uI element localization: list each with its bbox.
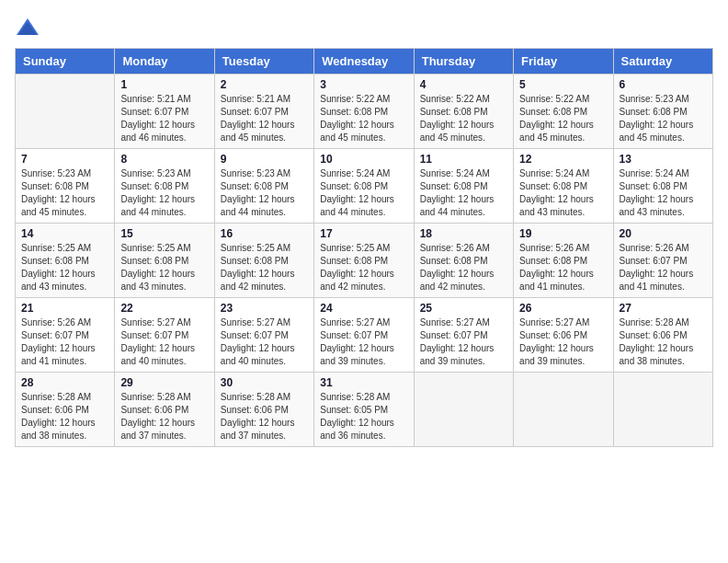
day-info: Sunrise: 5:25 AMSunset: 6:08 PMDaylight:…: [120, 242, 208, 293]
day-number: 16: [221, 227, 308, 240]
calendar-cell: 23Sunrise: 5:27 AMSunset: 6:07 PMDayligh…: [214, 298, 313, 373]
week-row-4: 28Sunrise: 5:28 AMSunset: 6:06 PMDayligh…: [16, 373, 713, 447]
calendar-cell: 31Sunrise: 5:28 AMSunset: 6:05 PMDayligh…: [314, 373, 414, 447]
calendar-table: SundayMondayTuesdayWednesdayThursdayFrid…: [15, 48, 713, 447]
calendar-cell: 18Sunrise: 5:26 AMSunset: 6:08 PMDayligh…: [414, 224, 513, 298]
header-row: SundayMondayTuesdayWednesdayThursdayFrid…: [16, 49, 713, 75]
header-friday: Friday: [514, 49, 613, 75]
day-info: Sunrise: 5:28 AMSunset: 6:05 PMDaylight:…: [320, 391, 407, 442]
day-number: 20: [620, 227, 707, 240]
day-number: 21: [21, 302, 108, 315]
day-info: Sunrise: 5:27 AMSunset: 6:06 PMDaylight:…: [519, 316, 607, 368]
week-row-3: 21Sunrise: 5:26 AMSunset: 6:07 PMDayligh…: [16, 298, 713, 373]
calendar-cell: 13Sunrise: 5:24 AMSunset: 6:08 PMDayligh…: [613, 149, 712, 224]
week-row-0: 1Sunrise: 5:21 AMSunset: 6:07 PMDaylight…: [16, 75, 713, 149]
logo-icon: [15, 15, 40, 40]
day-info: Sunrise: 5:28 AMSunset: 6:06 PMDaylight:…: [221, 391, 308, 442]
day-info: Sunrise: 5:21 AMSunset: 6:07 PMDaylight:…: [221, 93, 308, 144]
day-info: Sunrise: 5:21 AMSunset: 6:07 PMDaylight:…: [120, 93, 208, 144]
calendar-cell: 8Sunrise: 5:23 AMSunset: 6:08 PMDaylight…: [115, 149, 214, 224]
day-number: 23: [221, 302, 308, 315]
header: [15, 15, 713, 40]
calendar-cell: 15Sunrise: 5:25 AMSunset: 6:08 PMDayligh…: [115, 224, 214, 298]
calendar-cell: 2Sunrise: 5:21 AMSunset: 6:07 PMDaylight…: [214, 75, 313, 149]
calendar-cell: 17Sunrise: 5:25 AMSunset: 6:08 PMDayligh…: [314, 224, 414, 298]
calendar-cell: 1Sunrise: 5:21 AMSunset: 6:07 PMDaylight…: [115, 75, 214, 149]
day-info: Sunrise: 5:28 AMSunset: 6:06 PMDaylight:…: [620, 316, 707, 368]
day-info: Sunrise: 5:27 AMSunset: 6:07 PMDaylight:…: [320, 316, 407, 368]
calendar-cell: 16Sunrise: 5:25 AMSunset: 6:08 PMDayligh…: [214, 224, 313, 298]
calendar-cell: 29Sunrise: 5:28 AMSunset: 6:06 PMDayligh…: [115, 373, 214, 447]
day-number: 7: [21, 153, 108, 166]
day-info: Sunrise: 5:23 AMSunset: 6:08 PMDaylight:…: [620, 93, 707, 144]
calendar-header: SundayMondayTuesdayWednesdayThursdayFrid…: [16, 49, 713, 75]
day-info: Sunrise: 5:22 AMSunset: 6:08 PMDaylight:…: [519, 93, 607, 144]
day-number: 17: [320, 227, 407, 240]
calendar-cell: 21Sunrise: 5:26 AMSunset: 6:07 PMDayligh…: [16, 298, 115, 373]
calendar-cell: 20Sunrise: 5:26 AMSunset: 6:07 PMDayligh…: [613, 224, 712, 298]
day-number: 22: [120, 302, 208, 315]
day-info: Sunrise: 5:24 AMSunset: 6:08 PMDaylight:…: [620, 167, 707, 219]
calendar-cell: 11Sunrise: 5:24 AMSunset: 6:08 PMDayligh…: [414, 149, 513, 224]
day-number: 3: [320, 78, 407, 91]
day-info: Sunrise: 5:23 AMSunset: 6:08 PMDaylight:…: [21, 167, 108, 219]
day-info: Sunrise: 5:25 AMSunset: 6:08 PMDaylight:…: [21, 242, 108, 293]
day-number: 1: [120, 78, 208, 91]
calendar-cell: [613, 373, 712, 447]
day-number: 6: [620, 78, 707, 91]
day-number: 9: [221, 153, 308, 166]
calendar-cell: 5Sunrise: 5:22 AMSunset: 6:08 PMDaylight…: [514, 75, 613, 149]
logo: [15, 15, 44, 40]
header-thursday: Thursday: [414, 49, 513, 75]
header-tuesday: Tuesday: [214, 49, 313, 75]
header-wednesday: Wednesday: [314, 49, 414, 75]
day-info: Sunrise: 5:27 AMSunset: 6:07 PMDaylight:…: [420, 316, 507, 368]
day-number: 31: [320, 376, 407, 389]
week-row-2: 14Sunrise: 5:25 AMSunset: 6:08 PMDayligh…: [16, 224, 713, 298]
calendar-cell: 10Sunrise: 5:24 AMSunset: 6:08 PMDayligh…: [314, 149, 414, 224]
day-number: 25: [420, 302, 507, 315]
day-info: Sunrise: 5:24 AMSunset: 6:08 PMDaylight:…: [320, 167, 407, 219]
day-number: 5: [519, 78, 607, 91]
day-info: Sunrise: 5:27 AMSunset: 6:07 PMDaylight:…: [221, 316, 308, 368]
calendar-cell: 22Sunrise: 5:27 AMSunset: 6:07 PMDayligh…: [115, 298, 214, 373]
day-number: 12: [519, 153, 607, 166]
day-number: 19: [519, 227, 607, 240]
day-number: 13: [620, 153, 707, 166]
calendar-cell: 28Sunrise: 5:28 AMSunset: 6:06 PMDayligh…: [16, 373, 115, 447]
header-sunday: Sunday: [16, 49, 115, 75]
day-number: 29: [120, 376, 208, 389]
calendar-cell: [514, 373, 613, 447]
day-number: 15: [120, 227, 208, 240]
calendar-cell: [16, 75, 115, 149]
day-number: 26: [519, 302, 607, 315]
day-number: 28: [21, 376, 108, 389]
day-number: 11: [420, 153, 507, 166]
calendar-cell: 26Sunrise: 5:27 AMSunset: 6:06 PMDayligh…: [514, 298, 613, 373]
day-info: Sunrise: 5:23 AMSunset: 6:08 PMDaylight:…: [221, 167, 308, 219]
day-number: 10: [320, 153, 407, 166]
week-row-1: 7Sunrise: 5:23 AMSunset: 6:08 PMDaylight…: [16, 149, 713, 224]
calendar-cell: 27Sunrise: 5:28 AMSunset: 6:06 PMDayligh…: [613, 298, 712, 373]
day-info: Sunrise: 5:26 AMSunset: 6:08 PMDaylight:…: [420, 242, 507, 293]
day-info: Sunrise: 5:25 AMSunset: 6:08 PMDaylight:…: [320, 242, 407, 293]
day-number: 24: [320, 302, 407, 315]
day-info: Sunrise: 5:22 AMSunset: 6:08 PMDaylight:…: [420, 93, 507, 144]
calendar-cell: 30Sunrise: 5:28 AMSunset: 6:06 PMDayligh…: [214, 373, 313, 447]
calendar-cell: 6Sunrise: 5:23 AMSunset: 6:08 PMDaylight…: [613, 75, 712, 149]
day-number: 4: [420, 78, 507, 91]
day-info: Sunrise: 5:23 AMSunset: 6:08 PMDaylight:…: [120, 167, 208, 219]
header-monday: Monday: [115, 49, 214, 75]
calendar-cell: [414, 373, 513, 447]
calendar-cell: 3Sunrise: 5:22 AMSunset: 6:08 PMDaylight…: [314, 75, 414, 149]
calendar-cell: 9Sunrise: 5:23 AMSunset: 6:08 PMDaylight…: [214, 149, 313, 224]
header-saturday: Saturday: [613, 49, 712, 75]
calendar-cell: 19Sunrise: 5:26 AMSunset: 6:08 PMDayligh…: [514, 224, 613, 298]
calendar-cell: 7Sunrise: 5:23 AMSunset: 6:08 PMDaylight…: [16, 149, 115, 224]
calendar-cell: 24Sunrise: 5:27 AMSunset: 6:07 PMDayligh…: [314, 298, 414, 373]
day-info: Sunrise: 5:25 AMSunset: 6:08 PMDaylight:…: [221, 242, 308, 293]
day-info: Sunrise: 5:22 AMSunset: 6:08 PMDaylight:…: [320, 93, 407, 144]
calendar-cell: 4Sunrise: 5:22 AMSunset: 6:08 PMDaylight…: [414, 75, 513, 149]
day-info: Sunrise: 5:24 AMSunset: 6:08 PMDaylight:…: [420, 167, 507, 219]
day-number: 27: [620, 302, 707, 315]
